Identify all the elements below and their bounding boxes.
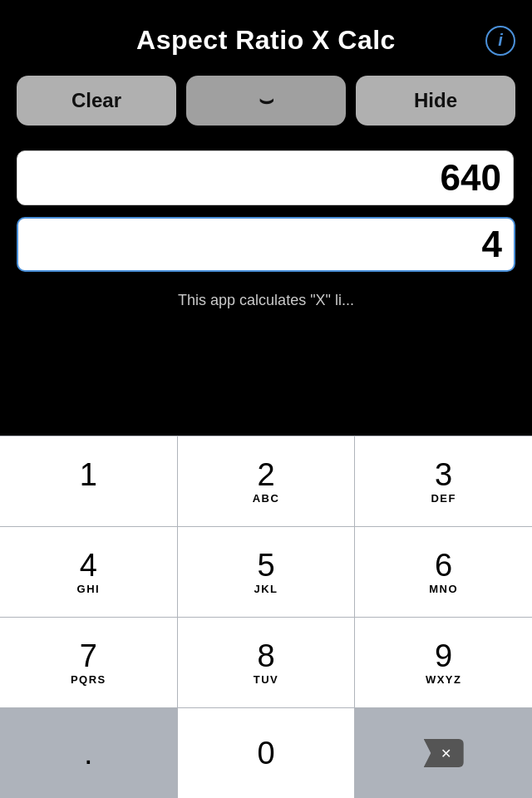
- ratio-row-2: : 3: [17, 217, 515, 272]
- header: Aspect Ratio X Calc i: [17, 25, 515, 56]
- ratio-input-width[interactable]: [17, 150, 514, 205]
- key-row-2: 4 GHI 5 JKL 6 MNO: [0, 526, 532, 617]
- key-dot[interactable]: .: [0, 708, 178, 798]
- colon-1: :: [522, 157, 532, 199]
- key-0[interactable]: 0: [178, 708, 356, 798]
- key-row-bottom: . 0: [0, 707, 532, 798]
- ratio-input-x[interactable]: [17, 217, 515, 272]
- key-2[interactable]: 2 ABC: [178, 436, 356, 526]
- key-4[interactable]: 4 GHI: [0, 527, 178, 617]
- delete-icon: [424, 739, 464, 767]
- key-row-1: 1 2 ABC 3 DEF: [0, 436, 532, 526]
- key-5[interactable]: 5 JKL: [178, 527, 356, 617]
- swap-button[interactable]: ⌣: [186, 76, 346, 126]
- swap-icon: ⌣: [259, 87, 273, 115]
- colon-2: :: [524, 224, 532, 265]
- hide-button[interactable]: Hide: [356, 76, 515, 126]
- key-1[interactable]: 1: [0, 436, 178, 526]
- keyboard: 1 2 ABC 3 DEF 4 GHI 5 JKL 6 MNO 7 PQRS: [0, 436, 532, 798]
- key-9[interactable]: 9 WXYZ: [355, 618, 532, 707]
- key-6[interactable]: 6 MNO: [355, 527, 532, 617]
- key-row-3: 7 PQRS 8 TUV 9 WXYZ: [0, 617, 532, 707]
- description-text: This app calculates "X" li...: [17, 283, 515, 309]
- key-8[interactable]: 8 TUV: [178, 618, 356, 707]
- info-icon-button[interactable]: i: [485, 26, 515, 56]
- key-delete[interactable]: [355, 708, 532, 798]
- clear-button[interactable]: Clear: [17, 76, 176, 126]
- toolbar: Clear ⌣ Hide: [17, 76, 515, 126]
- ratio-row-1: :: [17, 150, 515, 205]
- app-title: Aspect Ratio X Calc: [136, 25, 396, 56]
- key-3[interactable]: 3 DEF: [355, 436, 532, 526]
- key-7[interactable]: 7 PQRS: [0, 618, 178, 707]
